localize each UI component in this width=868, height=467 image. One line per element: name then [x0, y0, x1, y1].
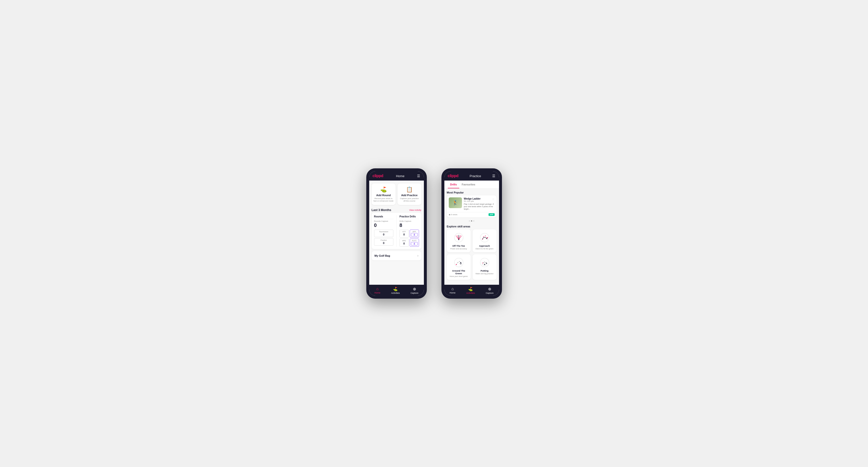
svg-line-1 [456, 236, 459, 240]
app-badge: APP [489, 213, 494, 216]
activities-nav-label: Activities [391, 292, 400, 294]
golf-bag-row[interactable]: My Golf Bag › [372, 251, 422, 260]
skill-approach-desc: Dial-in to hit the green [475, 248, 493, 250]
ott-value: 0 [401, 233, 407, 236]
svg-line-2 [457, 235, 459, 240]
nav-activities[interactable]: ⛳ Activities [391, 287, 400, 294]
chevron-right-icon: › [417, 254, 418, 257]
approach-icon [479, 232, 490, 243]
golf-bag-label: My Golf Bag [375, 254, 390, 257]
svg-point-25 [482, 263, 483, 263]
phone-practice: clippd Practice ☰ Drills Favourites Most… [441, 168, 502, 299]
skill-off-tee-name: Off The Tee [453, 245, 465, 247]
practice-activities-nav-icon: ⛳ [468, 287, 473, 291]
practice-nav-activities[interactable]: ⛳ Activities [466, 287, 475, 294]
skill-putting-desc: Make and lag practice [475, 273, 493, 275]
practice-nav-capture[interactable]: ⊕ Capture [486, 287, 493, 294]
drill-desc: Play 1 shot at each target yardage. If y… [464, 203, 495, 210]
rounds-capture-label: Rounds Capture [374, 220, 394, 222]
practice-activities-nav-label: Activities [466, 292, 475, 294]
putt-label: PUTT [411, 240, 418, 242]
skill-around-green-desc: Hone your short game [450, 275, 468, 277]
home-nav-label: Home [375, 291, 380, 294]
tab-drills[interactable]: Drills [448, 181, 460, 188]
explore-label: Explore skill areas [444, 223, 499, 229]
svg-point-26 [483, 262, 484, 263]
skill-grid: Off The Tee Power and accuracy [444, 229, 499, 282]
activity-section-header: Last 3 Months View Activity [369, 207, 424, 213]
drill-footer: ◉ 9 shots APP [447, 212, 497, 217]
off-the-tee-icon [454, 232, 464, 243]
practice-header: clippd Practice ☰ [444, 171, 499, 181]
skill-around-green[interactable]: Around The Green Hone your short game [447, 254, 471, 280]
svg-point-23 [480, 258, 489, 267]
hamburger-icon[interactable]: ☰ [417, 174, 420, 178]
add-practice-card[interactable]: 📋 Add Practice Capture your practice off… [398, 184, 422, 205]
rounds-column: Rounds Rounds Capture 0 Tournament 0 Pra… [374, 215, 394, 247]
putt-box: PUTT 4 [410, 239, 419, 247]
svg-point-9 [483, 237, 484, 237]
svg-point-6 [458, 239, 459, 240]
home-title: Home [396, 174, 405, 178]
rounds-capture-value: 0 [374, 222, 394, 228]
add-practice-icon: 📋 [406, 186, 413, 193]
ott-box: OTT 0 [400, 229, 409, 238]
capture-nav-label: Capture [410, 292, 418, 294]
practice-hamburger-icon[interactable]: ☰ [492, 174, 495, 178]
activities-nav-icon: ⛳ [393, 287, 398, 291]
practice-nav-home[interactable]: ⌂ Home [450, 287, 456, 294]
dot-2 [471, 220, 472, 222]
svg-point-30 [484, 264, 485, 265]
home-logo: clippd [373, 174, 383, 178]
practice-value: 0 [375, 242, 393, 245]
add-round-card[interactable]: ⛳ Add Round Record your shots in fast or… [372, 184, 396, 205]
app-label: APP [411, 231, 418, 232]
tournament-value: 0 [375, 233, 393, 236]
arg-label: ARG [401, 240, 407, 242]
add-practice-desc: Capture your practice off-the-course [400, 197, 420, 203]
svg-line-20 [458, 261, 460, 262]
practice-tabs: Drills Favourites [444, 181, 499, 189]
view-activity-link[interactable]: View Activity [409, 209, 422, 211]
practice-title: Practice [470, 174, 481, 178]
around-green-icon [454, 257, 464, 268]
drills-capture-label: Drills Capture [400, 220, 419, 222]
skill-putting-name: Putting [480, 269, 489, 272]
app-value: 4 [411, 233, 418, 237]
nav-home[interactable]: ⌂ Home [375, 287, 380, 294]
drill-card-wedge-ladder[interactable]: 🏌️ Wedge Ladder 50–100 yds ☆ Play 1 shot… [447, 195, 497, 217]
add-practice-title: Add Practice [401, 194, 417, 197]
svg-line-21 [460, 261, 461, 262]
nav-capture[interactable]: ⊕ Capture [410, 287, 418, 294]
tab-favourites[interactable]: Favourites [459, 181, 478, 188]
home-header: clippd Home ☰ [369, 171, 424, 181]
home-content: ⛳ Add Round Record your shots in fast or… [369, 181, 424, 285]
skill-around-green-name: Around The Green [449, 269, 469, 275]
app-box: APP 4 [410, 229, 419, 238]
star-icon[interactable]: ☆ [492, 197, 495, 201]
skill-approach[interactable]: Approach Dial-in to hit the green [473, 229, 497, 252]
action-cards: ⛳ Add Round Record your shots in fast or… [369, 181, 424, 207]
practice-capture-nav-label: Capture [486, 292, 493, 294]
putting-icon [479, 257, 490, 268]
svg-marker-13 [487, 237, 488, 238]
home-bottom-nav: ⌂ Home ⛳ Activities ⊕ Capture [369, 285, 424, 296]
home-nav-icon: ⌂ [376, 287, 379, 291]
skill-off-the-tee[interactable]: Off The Tee Power and accuracy [447, 229, 471, 252]
dot-1 [469, 220, 470, 222]
putt-value: 4 [411, 242, 418, 245]
drills-column: Practice Drills Drills Capture 8 OTT 0 A… [400, 215, 419, 247]
practice-home-nav-icon: ⌂ [452, 287, 454, 291]
drills-title: Practice Drills [400, 215, 419, 219]
skill-approach-name: Approach [479, 245, 490, 247]
drill-thumbnail: 🏌️ [449, 197, 462, 208]
add-round-icon: ⛳ [380, 186, 387, 193]
add-round-title: Add Round [376, 194, 391, 197]
practice-bottom-nav: ⌂ Home ⛳ Activities ⊕ Capture [444, 285, 499, 296]
practice-home-nav-label: Home [450, 291, 456, 294]
svg-line-4 [459, 235, 461, 240]
skill-putting[interactable]: Putting Make and lag practice [473, 254, 497, 280]
dot-3 [473, 220, 474, 222]
drill-thumb-image: 🏌️ [449, 197, 462, 208]
practice-box: Practice 0 [374, 238, 394, 246]
